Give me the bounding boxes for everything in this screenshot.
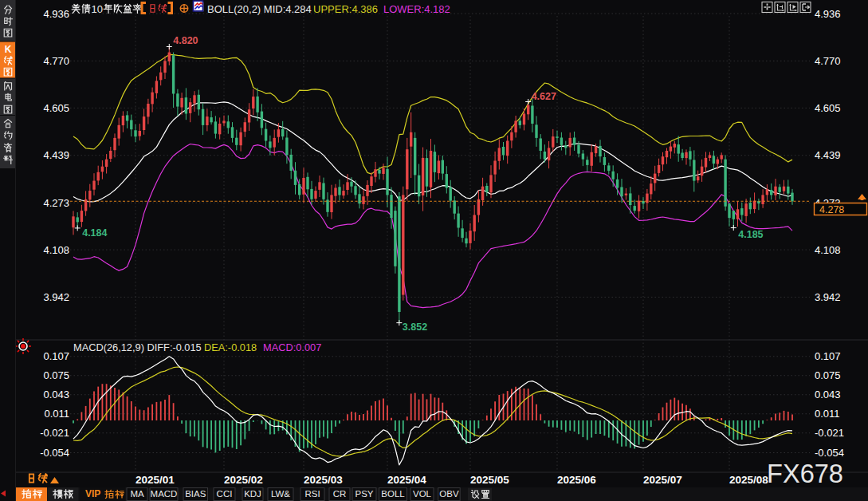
svg-text:-0.054: -0.054 (815, 447, 844, 459)
svg-text:BIAS: BIAS (185, 489, 206, 499)
svg-text:DEA:-0.018: DEA:-0.018 (204, 341, 257, 353)
svg-text:K: K (5, 44, 12, 55)
svg-text:MACD: MACD (151, 489, 178, 499)
svg-text:BOLL: BOLL (381, 489, 405, 499)
svg-text:4.936: 4.936 (43, 8, 69, 20)
svg-text:KDJ: KDJ (244, 489, 261, 499)
svg-text:0.043: 0.043 (43, 389, 69, 400)
svg-text:VIP: VIP (85, 488, 100, 499)
svg-text:3.942: 3.942 (815, 291, 841, 303)
svg-text:-0.021: -0.021 (40, 427, 69, 439)
svg-text:3.942: 3.942 (43, 291, 69, 303)
svg-text:-0.054: -0.054 (40, 447, 69, 459)
svg-text:VOL: VOL (413, 489, 432, 499)
svg-text:10: 10 (92, 3, 103, 15)
svg-text:4.936: 4.936 (815, 8, 841, 20)
svg-text:4.605: 4.605 (815, 102, 841, 114)
svg-text:2025/04: 2025/04 (387, 474, 426, 486)
svg-text:0.107: 0.107 (43, 350, 69, 362)
svg-text:4.108: 4.108 (815, 244, 841, 256)
svg-text:4.627: 4.627 (532, 91, 556, 102)
svg-text:4.278: 4.278 (819, 204, 844, 215)
svg-text:LW&: LW& (271, 489, 290, 499)
svg-text:MA: MA (130, 489, 144, 499)
svg-text:3.852: 3.852 (403, 322, 427, 333)
svg-text:2025/01: 2025/01 (136, 474, 175, 486)
svg-text:MACD(26,12,9) DIFF:-0.015: MACD(26,12,9) DIFF:-0.015 (73, 341, 202, 353)
svg-text:CCI: CCI (217, 489, 233, 499)
svg-text:RSI: RSI (304, 489, 320, 499)
svg-text:2025/02: 2025/02 (224, 474, 263, 486)
svg-text:-0.021: -0.021 (815, 427, 844, 439)
svg-text:0.075: 0.075 (43, 369, 69, 381)
svg-text:4.439: 4.439 (43, 149, 69, 161)
svg-text:4.185: 4.185 (738, 229, 763, 240)
svg-text:0.011: 0.011 (815, 408, 840, 420)
svg-text:0.043: 0.043 (815, 389, 841, 400)
svg-text:4.108: 4.108 (43, 244, 69, 256)
svg-text:BOLL(20,2) MID:4.284: BOLL(20,2) MID:4.284 (207, 3, 312, 15)
svg-text:4.820: 4.820 (173, 35, 198, 46)
svg-text:0.075: 0.075 (815, 369, 841, 381)
svg-text:4.770: 4.770 (815, 55, 841, 67)
svg-text:OBV: OBV (439, 489, 459, 499)
svg-text:FX678: FX678 (767, 459, 843, 488)
svg-text:CR: CR (333, 489, 347, 499)
svg-text:4.605: 4.605 (43, 102, 69, 114)
svg-text:2025/05: 2025/05 (470, 474, 509, 486)
svg-text:4.273: 4.273 (43, 197, 69, 209)
svg-text:2025/06: 2025/06 (557, 474, 596, 486)
svg-text:4.184: 4.184 (82, 227, 107, 239)
svg-text:0.107: 0.107 (815, 350, 841, 362)
svg-text:2025/08: 2025/08 (729, 474, 768, 486)
svg-text:4.770: 4.770 (43, 55, 69, 67)
svg-text:UPPER:4.386: UPPER:4.386 (313, 3, 378, 15)
svg-text:LOWER:4.182: LOWER:4.182 (383, 3, 450, 15)
svg-text:2025/07: 2025/07 (643, 474, 682, 486)
svg-text:MACD:0.007: MACD:0.007 (263, 341, 321, 353)
svg-text:PSY: PSY (355, 489, 373, 499)
svg-text:2025/03: 2025/03 (304, 474, 343, 486)
svg-text:0.011: 0.011 (44, 408, 69, 420)
svg-text:4.439: 4.439 (815, 149, 841, 161)
